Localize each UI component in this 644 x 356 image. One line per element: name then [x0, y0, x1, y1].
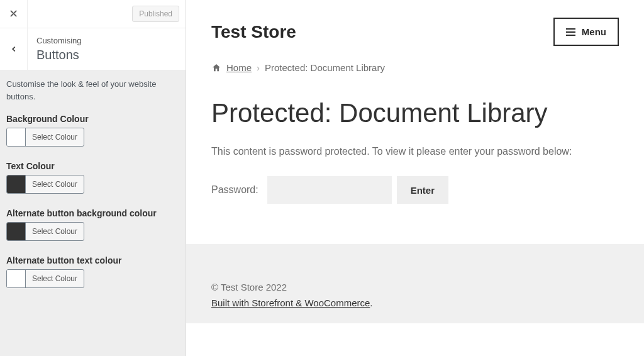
- control-text-colour: Text Colour Select Colour: [6, 161, 179, 196]
- page-content: Protected: Document Library This content…: [186, 78, 644, 229]
- chevron-right-icon: ›: [257, 62, 260, 73]
- customising-label: Customising: [36, 36, 82, 45]
- control-label: Alternate button text colour: [6, 255, 179, 265]
- color-swatch: [7, 269, 26, 288]
- chevron-left-icon: [9, 45, 18, 53]
- footer-copyright: © Test Store 2022: [211, 282, 619, 292]
- color-swatch: [7, 128, 26, 147]
- password-input[interactable]: [267, 176, 392, 204]
- control-alt-background-colour: Alternate button background colour Selec…: [6, 208, 179, 243]
- store-title[interactable]: Test Store: [211, 22, 296, 42]
- section-titles: Customising Buttons: [28, 28, 91, 70]
- close-customizer-button[interactable]: ✕: [0, 0, 28, 28]
- control-label: Alternate button background colour: [6, 208, 179, 218]
- close-icon: ✕: [9, 7, 18, 21]
- breadcrumb-current: Protected: Document Library: [265, 62, 385, 73]
- menu-button[interactable]: Menu: [553, 18, 619, 46]
- color-picker-button[interactable]: Select Colour: [6, 175, 84, 194]
- color-picker-button[interactable]: Select Colour: [6, 222, 84, 241]
- color-swatch: [7, 175, 26, 194]
- password-label: Password:: [211, 184, 258, 196]
- breadcrumb: Home › Protected: Document Library: [186, 57, 644, 78]
- section-body: Customise the look & feel of your websit…: [0, 70, 186, 310]
- menu-label: Menu: [582, 26, 606, 37]
- color-swatch: [7, 222, 26, 241]
- page-title: Protected: Document Library: [211, 98, 619, 128]
- select-colour-label: Select Colour: [26, 133, 84, 142]
- control-label: Background Colour: [6, 114, 179, 124]
- footer-credit-suffix: .: [370, 298, 372, 308]
- control-label: Text Colour: [6, 161, 179, 171]
- color-picker-button[interactable]: Select Colour: [6, 269, 84, 288]
- home-icon: [211, 63, 221, 73]
- site-preview: Test Store Menu Home › Protected: Docume…: [186, 0, 644, 356]
- footer-credit-line: Built with Storefront & WooCommerce.: [211, 298, 619, 308]
- site-footer: © Test Store 2022 Built with Storefront …: [186, 244, 644, 323]
- hamburger-icon: [566, 28, 575, 36]
- breadcrumb-home-link[interactable]: Home: [226, 62, 252, 73]
- preview-header: Test Store Menu: [186, 0, 644, 57]
- publish-cell: Published: [28, 0, 186, 28]
- password-form: Password: Enter: [211, 176, 619, 204]
- select-colour-label: Select Colour: [26, 274, 84, 283]
- back-button[interactable]: [0, 28, 28, 70]
- customizer-sidebar: ✕ Published Customising Buttons Customis…: [0, 0, 186, 356]
- control-alt-text-colour: Alternate button text colour Select Colo…: [6, 255, 179, 290]
- select-colour-label: Select Colour: [26, 227, 84, 236]
- publish-button[interactable]: Published: [132, 6, 179, 22]
- section-header: Customising Buttons: [0, 28, 186, 70]
- section-name: Buttons: [36, 48, 82, 62]
- color-picker-button[interactable]: Select Colour: [6, 128, 84, 147]
- enter-button[interactable]: Enter: [397, 176, 448, 204]
- control-background-colour: Background Colour Select Colour: [6, 114, 179, 148]
- footer-credit-link[interactable]: Built with Storefront & WooCommerce: [211, 298, 370, 308]
- protected-message: This content is password protected. To v…: [211, 146, 619, 157]
- sidebar-top-bar: ✕ Published: [0, 0, 186, 28]
- select-colour-label: Select Colour: [26, 180, 84, 189]
- section-description: Customise the look & feel of your websit…: [6, 78, 179, 103]
